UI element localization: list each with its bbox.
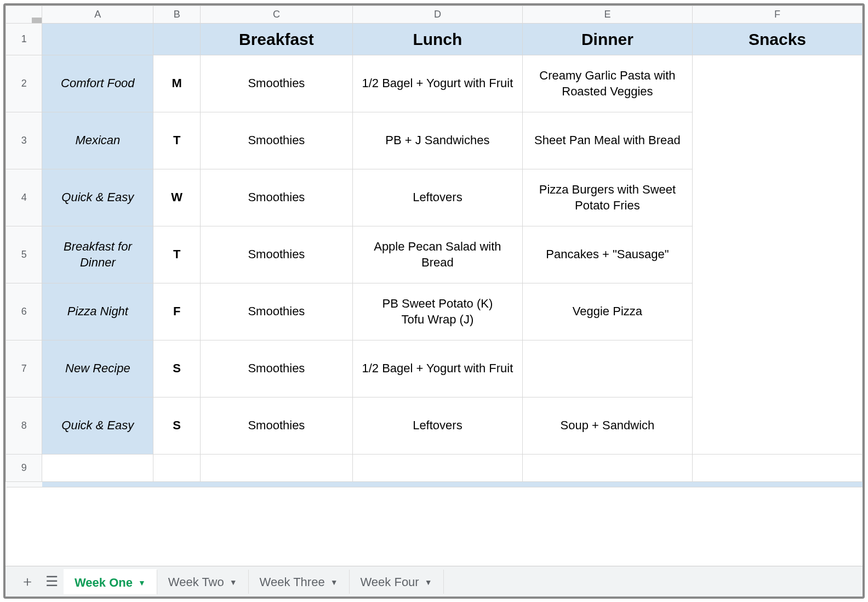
cell-day[interactable]: T: [153, 112, 201, 169]
cell-breakfast[interactable]: Smoothies: [200, 340, 352, 397]
cell-breakfast[interactable]: Smoothies: [200, 55, 352, 112]
chevron-down-icon: ▼: [330, 578, 338, 587]
cell-breakfast[interactable]: Smoothies: [200, 226, 352, 283]
row-header-4[interactable]: 4: [6, 169, 42, 226]
cell-dinner[interactable]: Sheet Pan Meal with Bread: [522, 112, 692, 169]
cell-day[interactable]: W: [153, 169, 201, 226]
spreadsheet-frame: A B C D E F 1 Breakfast Lunch Dinner Sna…: [3, 3, 865, 599]
row-header-extra[interactable]: [6, 482, 42, 487]
row-header-2[interactable]: 2: [6, 55, 42, 112]
cell-empty[interactable]: [352, 455, 522, 482]
tab-label: Week One: [75, 576, 133, 590]
tab-label: Week Two: [168, 575, 224, 589]
cell-dinner[interactable]: Veggie Pizza: [522, 283, 692, 340]
cell-day[interactable]: F: [153, 283, 201, 340]
chevron-down-icon: ▼: [230, 578, 237, 587]
blue-strip: [42, 482, 863, 487]
cell-lunch[interactable]: PB Sweet Potato (K) Tofu Wrap (J): [352, 283, 522, 340]
tab-week-three[interactable]: Week Three ▼: [249, 570, 350, 594]
cell-theme[interactable]: Pizza Night: [42, 283, 153, 340]
tab-label: Week Four: [361, 575, 419, 589]
tab-label: Week Three: [260, 575, 325, 589]
row-header-9[interactable]: 9: [6, 455, 42, 482]
cell-lunch[interactable]: PB + J Sandwiches: [352, 112, 522, 169]
sheet-tab-bar: ＋ ☰ Week One ▼ Week Two ▼ Week Three ▼ W…: [5, 566, 863, 597]
cell-theme[interactable]: New Recipe: [42, 340, 153, 397]
chevron-down-icon: ▼: [138, 578, 146, 587]
cell-breakfast[interactable]: Smoothies: [200, 112, 352, 169]
menu-icon: ☰: [45, 573, 58, 590]
cell-dinner[interactable]: Pizza Burgers with Sweet Potato Fries: [522, 169, 692, 226]
header-snacks[interactable]: Snacks: [692, 24, 862, 55]
all-sheets-button[interactable]: ☰: [39, 570, 64, 594]
cell-empty[interactable]: [153, 455, 201, 482]
select-all-corner[interactable]: [6, 6, 42, 24]
col-header-A[interactable]: A: [42, 6, 153, 24]
tab-week-one[interactable]: Week One ▼: [64, 569, 157, 594]
cell-theme[interactable]: Breakfast for Dinner: [42, 226, 153, 283]
cell-theme[interactable]: Mexican: [42, 112, 153, 169]
cell-empty[interactable]: [42, 455, 153, 482]
add-sheet-button[interactable]: ＋: [15, 570, 39, 594]
cell-dinner[interactable]: Creamy Garlic Pasta with Roasted Veggies: [522, 55, 692, 112]
cell-breakfast[interactable]: Smoothies: [200, 397, 352, 455]
cell-theme[interactable]: Comfort Food: [42, 55, 153, 112]
chevron-down-icon: ▼: [425, 578, 432, 587]
cell-lunch[interactable]: Apple Pecan Salad with Bread: [352, 226, 522, 283]
col-header-F[interactable]: F: [692, 6, 862, 24]
cell-dinner[interactable]: Soup + Sandwich: [522, 397, 692, 455]
col-header-E[interactable]: E: [522, 6, 692, 24]
cell-lunch[interactable]: 1/2 Bagel + Yogurt with Fruit: [352, 340, 522, 397]
row-header-8[interactable]: 8: [6, 397, 42, 455]
cell-dinner[interactable]: [522, 340, 692, 397]
cell-day[interactable]: S: [153, 340, 201, 397]
row-header-6[interactable]: 6: [6, 283, 42, 340]
header-breakfast[interactable]: Breakfast: [200, 24, 352, 55]
cell-empty[interactable]: [692, 455, 862, 482]
cell-day[interactable]: T: [153, 226, 201, 283]
cell-lunch[interactable]: 1/2 Bagel + Yogurt with Fruit: [352, 55, 522, 112]
cell-dinner[interactable]: Pancakes + "Sausage": [522, 226, 692, 283]
col-header-C[interactable]: C: [200, 6, 352, 24]
cell-empty[interactable]: [200, 455, 352, 482]
grid-area[interactable]: A B C D E F 1 Breakfast Lunch Dinner Sna…: [5, 5, 863, 566]
header-lunch[interactable]: Lunch: [352, 24, 522, 55]
row-header-3[interactable]: 3: [6, 112, 42, 169]
cell-breakfast[interactable]: Smoothies: [200, 283, 352, 340]
plus-icon: ＋: [20, 572, 35, 591]
header-dinner[interactable]: Dinner: [522, 24, 692, 55]
cell-breakfast[interactable]: Smoothies: [200, 169, 352, 226]
cell-day[interactable]: S: [153, 397, 201, 455]
cell-lunch[interactable]: Leftovers: [352, 169, 522, 226]
cell-B1[interactable]: [153, 24, 201, 55]
col-header-D[interactable]: D: [352, 6, 522, 24]
cell-empty[interactable]: [522, 455, 692, 482]
cell-lunch[interactable]: Leftovers: [352, 397, 522, 455]
cell-A1[interactable]: [42, 24, 153, 55]
row-header-7[interactable]: 7: [6, 340, 42, 397]
tab-week-four[interactable]: Week Four ▼: [350, 570, 444, 594]
cell-day[interactable]: M: [153, 55, 201, 112]
tab-week-two[interactable]: Week Two ▼: [157, 570, 249, 594]
row-header-5[interactable]: 5: [6, 226, 42, 283]
col-header-B[interactable]: B: [153, 6, 201, 24]
cell-theme[interactable]: Quick & Easy: [42, 169, 153, 226]
cell-theme[interactable]: Quick & Easy: [42, 397, 153, 455]
cell-snacks-merged[interactable]: [692, 55, 862, 455]
spreadsheet-grid[interactable]: A B C D E F 1 Breakfast Lunch Dinner Sna…: [5, 5, 863, 487]
row-header-1[interactable]: 1: [6, 24, 42, 55]
